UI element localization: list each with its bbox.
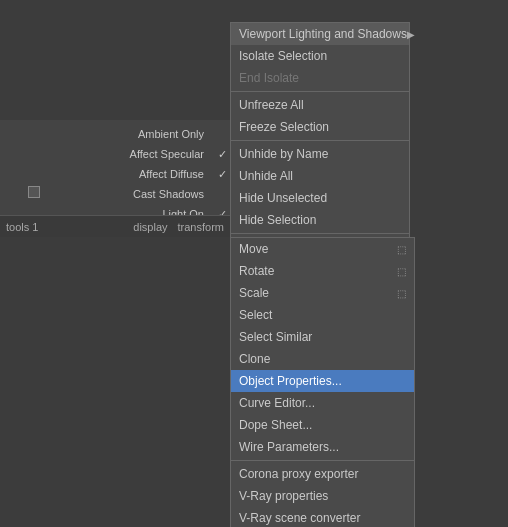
affect-diffuse-row[interactable]: Affect Diffuse ✓	[0, 164, 230, 184]
object-properties-item[interactable]: Object Properties...	[231, 370, 414, 392]
unfreeze-all-label: Unfreeze All	[239, 98, 304, 112]
vray-scene-converter-item[interactable]: V-Ray scene converter	[231, 507, 414, 527]
viewport-lighting-label: Viewport Lighting and Shadows	[239, 27, 407, 41]
corona-proxy-item[interactable]: Corona proxy exporter	[231, 463, 414, 485]
affect-diffuse-label: Affect Diffuse	[4, 168, 222, 180]
vray-scene-converter-label: V-Ray scene converter	[239, 511, 360, 525]
select-similar-label: Select Similar	[239, 330, 312, 344]
tools-label: tools 1	[6, 221, 38, 233]
hide-unselected-label: Hide Unselected	[239, 191, 327, 205]
unhide-all-label: Unhide All	[239, 169, 293, 183]
move-icon: ⬚	[397, 244, 406, 255]
rotate-label: Rotate	[239, 264, 274, 278]
transform-label: transform	[178, 221, 224, 233]
curve-editor-item[interactable]: Curve Editor...	[231, 392, 414, 414]
ambient-only-row[interactable]: Ambient Only	[0, 124, 230, 144]
rotate-item[interactable]: Rotate ⬚	[231, 260, 414, 282]
unhide-by-name-item[interactable]: Unhide by Name	[231, 143, 409, 165]
unhide-by-name-label: Unhide by Name	[239, 147, 328, 161]
object-properties-label: Object Properties...	[239, 374, 342, 388]
hide-selection-label: Hide Selection	[239, 213, 316, 227]
separator-2	[231, 140, 409, 141]
left-panel: Ambient Only Affect Specular ✓ Affect Di…	[0, 120, 230, 228]
clone-label: Clone	[239, 352, 270, 366]
freeze-selection-item[interactable]: Freeze Selection	[231, 116, 409, 138]
wire-parameters-label: Wire Parameters...	[239, 440, 339, 454]
scale-icon: ⬚	[397, 288, 406, 299]
curve-editor-label: Curve Editor...	[239, 396, 315, 410]
rotate-icon: ⬚	[397, 266, 406, 277]
corona-proxy-label: Corona proxy exporter	[239, 467, 358, 481]
cast-shadows-checkbox[interactable]	[28, 186, 40, 198]
main-context-menu: Move ⬚ Rotate ⬚ Scale ⬚ Select Select Si…	[230, 237, 415, 527]
select-label: Select	[239, 308, 272, 322]
isolate-selection-item[interactable]: Isolate Selection	[231, 45, 409, 67]
vray-properties-item[interactable]: V-Ray properties	[231, 485, 414, 507]
viewport-lighting-item[interactable]: Viewport Lighting and Shadows ▶	[231, 23, 409, 45]
affect-specular-check: ✓	[214, 148, 230, 161]
display-label: display	[133, 221, 167, 233]
tools-right-labels: display transform	[133, 221, 224, 233]
select-similar-item[interactable]: Select Similar	[231, 326, 414, 348]
dope-sheet-label: Dope Sheet...	[239, 418, 312, 432]
separator-4	[231, 460, 414, 461]
unhide-all-item[interactable]: Unhide All	[231, 165, 409, 187]
affect-specular-row[interactable]: Affect Specular ✓	[0, 144, 230, 164]
end-isolate-item[interactable]: End Isolate	[231, 67, 409, 89]
tools-bar: tools 1 display transform	[0, 215, 230, 237]
viewport-arrow-icon: ▶	[407, 29, 415, 40]
ambient-only-label: Ambient Only	[4, 128, 222, 140]
wire-parameters-item[interactable]: Wire Parameters...	[231, 436, 414, 458]
scale-label: Scale	[239, 286, 269, 300]
vray-properties-label: V-Ray properties	[239, 489, 328, 503]
app-background: Ambient Only Affect Specular ✓ Affect Di…	[0, 0, 508, 527]
freeze-selection-label: Freeze Selection	[239, 120, 329, 134]
affect-diffuse-check: ✓	[214, 168, 230, 181]
scale-item[interactable]: Scale ⬚	[231, 282, 414, 304]
unfreeze-all-item[interactable]: Unfreeze All	[231, 94, 409, 116]
affect-specular-label: Affect Specular	[4, 148, 222, 160]
separator-3	[231, 233, 409, 234]
move-label: Move	[239, 242, 268, 256]
separator-1	[231, 91, 409, 92]
hide-selection-item[interactable]: Hide Selection	[231, 209, 409, 231]
clone-item[interactable]: Clone	[231, 348, 414, 370]
isolate-selection-label: Isolate Selection	[239, 49, 327, 63]
dope-sheet-item[interactable]: Dope Sheet...	[231, 414, 414, 436]
hide-unselected-item[interactable]: Hide Unselected	[231, 187, 409, 209]
end-isolate-label: End Isolate	[239, 71, 299, 85]
select-item[interactable]: Select	[231, 304, 414, 326]
move-item[interactable]: Move ⬚	[231, 238, 414, 260]
